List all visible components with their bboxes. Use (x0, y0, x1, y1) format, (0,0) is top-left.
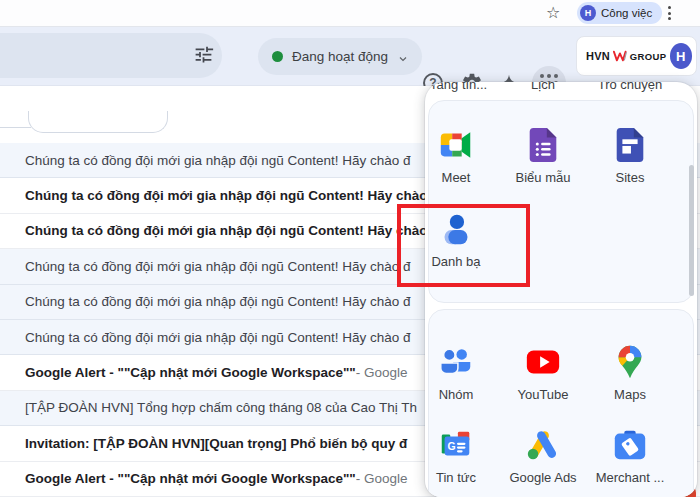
hvn-logo-icon (613, 49, 627, 63)
app-item-maps[interactable]: Maps (588, 343, 672, 402)
sites-icon (611, 126, 649, 164)
app-item-forms[interactable]: Biểu mẫu (501, 126, 585, 185)
availability-status-button[interactable]: Đang hoạt động (258, 38, 422, 75)
maps-icon (611, 343, 649, 381)
account-avatar[interactable]: H (670, 43, 692, 69)
meet-icon (437, 126, 475, 164)
search-input[interactable] (0, 33, 222, 78)
app-item-groups[interactable]: Nhóm (425, 343, 498, 402)
groups-icon (437, 343, 475, 381)
status-label: Đang hoạt động (292, 49, 388, 64)
highlight-annotation-box (397, 204, 530, 287)
forms-icon (524, 126, 562, 164)
app-item-meet[interactable]: Meet (425, 126, 498, 185)
browser-toolbar: ☆ H Công việc (0, 0, 700, 27)
google-apps-menu: Trang tín... Lịch Trò chuyện Meet (425, 82, 697, 497)
brand-name-right: GROUP (630, 51, 667, 62)
app-item-sheets-label[interactable]: Trang tín... (425, 82, 487, 95)
youtube-icon (524, 343, 562, 381)
app-item-calendar-label[interactable]: Lịch (531, 82, 555, 95)
app-item-youtube[interactable]: YouTube (501, 343, 585, 402)
app-item-chat-label[interactable]: Trò chuyện (598, 82, 663, 95)
app-item-merchant-center[interactable]: Merchant ... (588, 426, 672, 485)
browser-menu-icon[interactable] (668, 6, 671, 20)
profile-chip-label: Công việc (601, 7, 652, 19)
bookmark-star-icon[interactable]: ☆ (546, 2, 560, 24)
popup-scrollbar[interactable] (689, 165, 694, 296)
gmail-header: Đang hoạt động ? HVN GROUP H (0, 27, 700, 86)
app-item-sites[interactable]: Sites (588, 126, 672, 185)
google-ads-icon (524, 426, 562, 464)
search-filter-icon[interactable] (193, 44, 214, 65)
merchant-center-icon (611, 426, 649, 464)
profile-avatar: H (580, 5, 596, 21)
chevron-down-icon (397, 51, 409, 63)
news-icon: G (437, 426, 475, 464)
workspace-account-badge[interactable]: HVN GROUP H (576, 36, 697, 76)
screen: ☆ H Công việc Đang hoạt động ? (0, 0, 700, 497)
app-item-news[interactable]: G Tin tức (425, 426, 498, 485)
browser-profile-chip[interactable]: H Công việc (577, 2, 662, 24)
clipped-toolbar-chip (28, 111, 168, 133)
brand-name-left: HVN (586, 50, 610, 62)
svg-text:G: G (447, 441, 455, 452)
status-dot (272, 51, 283, 62)
divider (0, 127, 31, 128)
app-item-google-ads[interactable]: Google Ads (501, 426, 585, 485)
